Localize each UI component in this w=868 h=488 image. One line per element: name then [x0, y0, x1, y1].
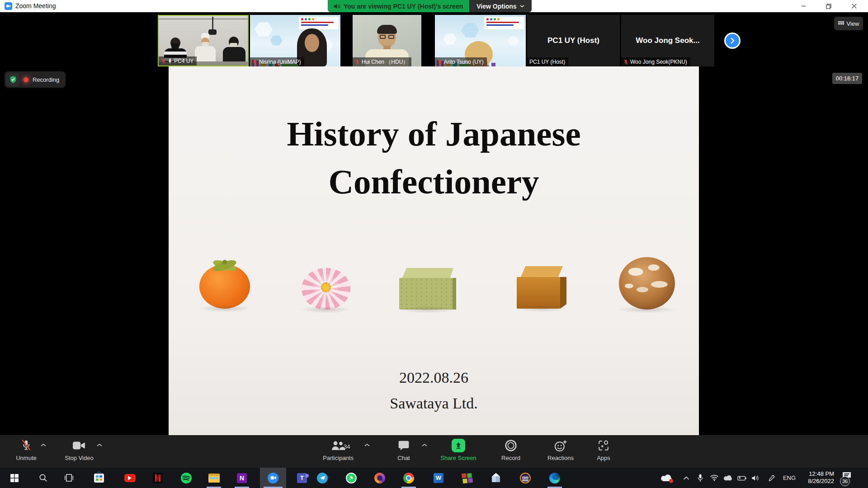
wagashi-matcha-block [399, 268, 456, 310]
eclipse-icon[interactable] [514, 468, 536, 488]
participant-name-tag: PC1 UY (Host) [527, 57, 568, 66]
onedrive-icon[interactable] [723, 468, 732, 488]
muted-mic-icon [355, 59, 360, 65]
windows-taskbar: N T [0, 468, 868, 488]
muted-mic-icon [437, 59, 442, 65]
record-button[interactable]: Record [484, 438, 538, 461]
tray-mic-icon[interactable] [698, 468, 703, 488]
3d-viewer-icon[interactable] [485, 468, 507, 488]
conference-banner [299, 17, 339, 29]
share-screen-button[interactable]: Share Screen [431, 438, 486, 461]
restore-button[interactable] [817, 0, 840, 12]
unmute-button[interactable]: Unmute [0, 438, 53, 461]
zoom-taskbar-icon[interactable] [260, 468, 286, 488]
shared-screen-slide: History of Japanese Confectionery [169, 66, 699, 435]
slide-title: History of Japanese Confectionery [169, 110, 699, 206]
volume-icon[interactable] [752, 468, 760, 488]
close-button[interactable] [843, 0, 865, 12]
viewing-banner: You are viewing PC1 UY (Host)'s screen [328, 0, 469, 12]
zoom-app-icon [5, 2, 12, 10]
slide-footer: 2022.08.26 Sawataya Ltd. [169, 365, 699, 416]
meeting-timer: 00:16:17 [832, 73, 862, 84]
chevron-right-icon [730, 38, 735, 44]
telegram-icon[interactable] [311, 468, 333, 488]
video-tile-pc1-uy[interactable]: PC1 UY (Host) PC1 UY (Host) [527, 15, 620, 66]
shield-check-icon [9, 75, 17, 84]
mic-options-chevron[interactable] [41, 443, 46, 447]
netflix-icon[interactable] [147, 468, 169, 488]
file-explorer-icon[interactable] [203, 468, 225, 488]
recording-indicator[interactable]: Recording [5, 71, 66, 88]
youtube-icon[interactable] [119, 468, 141, 488]
microsoft-store-icon[interactable] [88, 468, 110, 488]
weather-cloud-icon[interactable] [660, 468, 672, 488]
firefox-focus-icon[interactable] [369, 468, 391, 488]
taskbar-clock[interactable]: 12:48 PM 8/26/2022 [806, 470, 834, 485]
video-options-chevron[interactable] [97, 443, 102, 447]
video-tile-arito[interactable]: Arito Tsuno (UY) [435, 15, 526, 66]
ceiling-track [159, 19, 248, 19]
recording-dot-icon [24, 77, 28, 82]
next-videos-button[interactable] [724, 33, 741, 49]
participants-chevron[interactable] [364, 443, 370, 447]
conference-banner [484, 17, 524, 29]
grid-icon [838, 21, 844, 26]
share-screen-icon [452, 439, 465, 452]
wifi-icon[interactable] [710, 468, 719, 488]
chat-chevron[interactable] [422, 443, 427, 447]
video-tile-nisrina[interactable]: Nisrina (UniMAP) [250, 15, 340, 66]
language-indicator[interactable]: ENG [783, 468, 796, 488]
participants-count: 34 [344, 443, 350, 450]
pin-icon [168, 58, 172, 64]
battery-icon[interactable] [737, 468, 746, 488]
view-layout-button[interactable]: View [834, 17, 863, 30]
muted-mic-icon [161, 58, 166, 64]
minimize-button[interactable] [792, 0, 815, 12]
muted-mic-icon [20, 438, 32, 453]
wagashi-amber-cube [517, 266, 566, 309]
task-view-icon[interactable] [58, 468, 80, 488]
slide-date: 2022.08.26 [169, 365, 699, 390]
action-center-icon[interactable]: 36 [842, 471, 857, 485]
zoom-meeting-window: Zoom Meeting You are viewing PC1 UY (Hos… [0, 0, 868, 488]
chat-button[interactable]: Chat [377, 438, 431, 461]
chrome-icon[interactable] [398, 468, 420, 488]
wagashi-chrysanthemum [302, 268, 350, 310]
participant-name-tag: Nisrina (UniMAP) [250, 57, 304, 66]
muted-mic-icon [623, 59, 628, 65]
zoom-toolbar: Unmute Stop Video Participants 34 [0, 435, 868, 468]
alert-badge [669, 479, 673, 483]
speaker-icon [333, 3, 341, 9]
edge-icon[interactable] [544, 468, 566, 488]
spotify-icon[interactable] [175, 468, 197, 488]
window-titlebar: Zoom Meeting You are viewing PC1 UY (Hos… [0, 0, 868, 12]
apps-icon [598, 438, 609, 453]
teams-icon[interactable]: T [291, 468, 313, 488]
pen-icon[interactable] [769, 468, 775, 488]
whatsapp-icon[interactable] [340, 468, 362, 488]
search-icon[interactable] [32, 468, 54, 488]
view-options-button[interactable]: View Options [469, 0, 531, 12]
video-tile-woo-jong-seok[interactable]: Woo Jong Seok... Woo Jong Seok(PKNU) [621, 15, 714, 66]
video-tile-pc4-uy[interactable]: PC4 UY [158, 15, 249, 66]
boom-stand [212, 17, 213, 30]
wagashi-persimmon [199, 264, 250, 309]
notification-count-badge: 36 [840, 476, 850, 486]
clock-time: 12:48 PM [806, 470, 834, 478]
video-tile-hui-chen[interactable]: Hui Chen （HDU） [353, 15, 421, 66]
screen-share-banner: You are viewing PC1 UY (Host)'s screen V… [328, 0, 532, 12]
word-icon[interactable]: W [428, 468, 449, 488]
start-button[interactable] [4, 468, 25, 488]
participant-name-tag: PC4 UY [159, 56, 197, 66]
participant-name-tag: Hui Chen （HDU） [353, 57, 411, 66]
apps-button[interactable]: Apps [576, 438, 631, 461]
camera-icon [72, 438, 86, 453]
boom-mic [208, 29, 217, 35]
stop-video-button[interactable]: Stop Video [52, 438, 106, 461]
wagashi-powdered-manju [619, 257, 675, 310]
onenote-icon[interactable]: N [231, 468, 253, 488]
tray-expand-chevron[interactable] [684, 468, 689, 488]
color-tiles-app-icon[interactable] [456, 468, 478, 488]
participants-button[interactable]: Participants 34 [311, 438, 365, 461]
security-shield-button[interactable] [6, 73, 19, 86]
